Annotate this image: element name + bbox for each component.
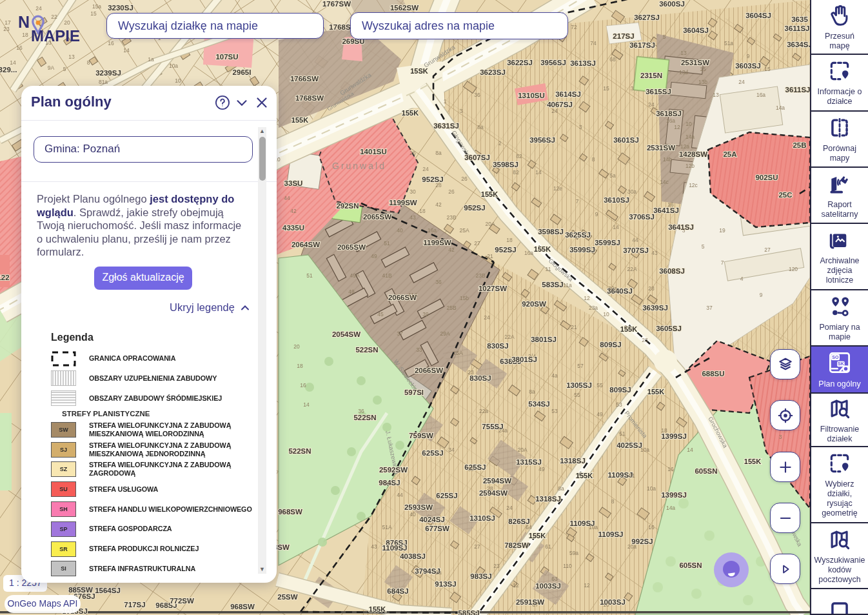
svg-text:15a: 15a: [92, 3, 101, 10]
svg-text:14b: 14b: [663, 156, 672, 163]
svg-text:1199SW: 1199SW: [423, 239, 451, 247]
svg-text:968SW: 968SW: [230, 603, 255, 610]
svg-text:902SU: 902SU: [755, 174, 778, 181]
svg-text:8a: 8a: [529, 388, 535, 395]
svg-text:3623SJ: 3623SJ: [480, 68, 506, 76]
svg-text:30a: 30a: [627, 188, 636, 195]
svg-text:14a: 14a: [686, 134, 695, 140]
svg-text:61: 61: [545, 543, 551, 550]
svg-text:2: 2: [498, 140, 502, 146]
svg-text:1768SW: 1768SW: [295, 94, 324, 102]
svg-text:522SN: 522SN: [288, 447, 311, 455]
svg-text:23: 23: [642, 337, 648, 343]
svg-text:12: 12: [513, 582, 519, 589]
svg-text:14: 14: [123, 47, 130, 54]
svg-text:11a: 11a: [563, 282, 572, 288]
svg-text:3625SJ: 3625SJ: [565, 231, 591, 239]
svg-text:23: 23: [493, 563, 500, 569]
svg-text:155K: 155K: [529, 532, 546, 539]
svg-text:14a: 14a: [776, 105, 785, 111]
svg-text:688SU: 688SU: [702, 370, 724, 378]
svg-text:3: 3: [682, 227, 686, 234]
svg-text:1766SW: 1766SW: [290, 75, 319, 83]
svg-text:3956SJ: 3956SJ: [529, 136, 555, 144]
svg-text:29A: 29A: [440, 330, 449, 337]
svg-text:9: 9: [595, 211, 598, 217]
svg-text:984SJ: 984SJ: [379, 479, 400, 487]
svg-text:44: 44: [397, 492, 403, 498]
svg-text:3: 3: [460, 108, 463, 114]
svg-text:1199SW: 1199SW: [389, 199, 417, 207]
svg-text:1768S: 1768S: [329, 23, 351, 31]
svg-text:27: 27: [764, 247, 771, 253]
svg-text:3631SJ: 3631SJ: [433, 122, 459, 130]
svg-text:10a: 10a: [589, 524, 598, 530]
svg-text:3: 3: [631, 85, 634, 92]
svg-text:3706SJ: 3706SJ: [629, 213, 655, 221]
svg-text:45: 45: [377, 311, 384, 318]
svg-text:3604SJ: 3604SJ: [683, 26, 709, 34]
svg-text:23B: 23B: [475, 272, 485, 279]
svg-text:14a: 14a: [666, 505, 675, 511]
svg-text:36: 36: [435, 279, 442, 285]
svg-text:8a: 8a: [477, 124, 484, 130]
svg-text:155K: 155K: [369, 605, 386, 613]
svg-text:8: 8: [87, 59, 90, 66]
svg-text:SK: SK: [838, 361, 845, 366]
svg-text:40: 40: [409, 511, 416, 518]
svg-text:155K: 155K: [647, 388, 664, 396]
svg-text:952SJ: 952SJ: [495, 246, 516, 254]
svg-text:3634SJ: 3634SJ: [787, 41, 810, 48]
svg-text:33SU: 33SU: [284, 179, 303, 187]
svg-text:110: 110: [563, 563, 572, 569]
svg-text:13d: 13d: [679, 69, 688, 76]
svg-text:4335U: 4335U: [282, 224, 304, 232]
svg-text:3956SJ: 3956SJ: [540, 59, 566, 66]
svg-text:155K: 155K: [534, 245, 551, 253]
svg-text:155K: 155K: [576, 472, 593, 479]
svg-text:3230SJ: 3230SJ: [108, 4, 133, 12]
svg-text:8: 8: [611, 498, 615, 505]
svg-text:25A: 25A: [723, 150, 736, 158]
svg-text:16: 16: [667, 201, 674, 208]
svg-text:3598SJ: 3598SJ: [493, 161, 518, 168]
svg-text:677SW: 677SW: [425, 525, 449, 532]
svg-text:2a: 2a: [435, 569, 442, 576]
svg-text:7: 7: [721, 259, 724, 266]
svg-text:1a: 1a: [148, 56, 154, 63]
svg-text:16a: 16a: [666, 117, 675, 124]
svg-text:7: 7: [576, 198, 579, 205]
svg-text:3607SJ: 3607SJ: [464, 154, 490, 161]
svg-text:11: 11: [546, 266, 551, 272]
svg-text:4: 4: [740, 276, 744, 282]
svg-text:3613SJ: 3613SJ: [570, 59, 596, 67]
svg-text:67: 67: [532, 601, 538, 608]
svg-text:82: 82: [516, 153, 522, 159]
svg-text:49: 49: [348, 288, 355, 295]
svg-text:534SJ: 534SJ: [528, 400, 549, 408]
svg-text:57: 57: [577, 363, 584, 369]
svg-text:51: 51: [384, 240, 390, 247]
svg-text:2531SW: 2531SW: [647, 144, 675, 152]
svg-text:155K: 155K: [402, 109, 419, 117]
svg-text:1318SJ: 1318SJ: [535, 495, 561, 503]
svg-text:3617SJ: 3617SJ: [629, 41, 655, 49]
svg-text:1562SW: 1562SW: [390, 4, 419, 12]
svg-text:2594SW: 2594SW: [479, 489, 508, 497]
svg-text:583SJ: 583SJ: [542, 281, 563, 288]
svg-text:809SJ: 809SJ: [600, 341, 621, 348]
svg-text:12b: 12b: [686, 163, 695, 169]
svg-text:43: 43: [371, 543, 377, 550]
svg-text:24: 24: [484, 314, 490, 321]
svg-text:3239SJ: 3239SJ: [95, 69, 121, 77]
svg-text:24: 24: [551, 108, 558, 114]
svg-text:3618SJ: 3618SJ: [656, 110, 682, 117]
svg-text:1: 1: [444, 98, 447, 105]
svg-text:1310SJ: 1310SJ: [469, 514, 495, 522]
svg-text:3: 3: [579, 124, 582, 130]
svg-text:30: 30: [409, 188, 416, 195]
svg-text:14: 14: [613, 224, 619, 230]
svg-text:22A: 22A: [627, 266, 636, 272]
svg-text:2591SW: 2591SW: [516, 598, 544, 606]
svg-text:9: 9: [760, 292, 763, 298]
